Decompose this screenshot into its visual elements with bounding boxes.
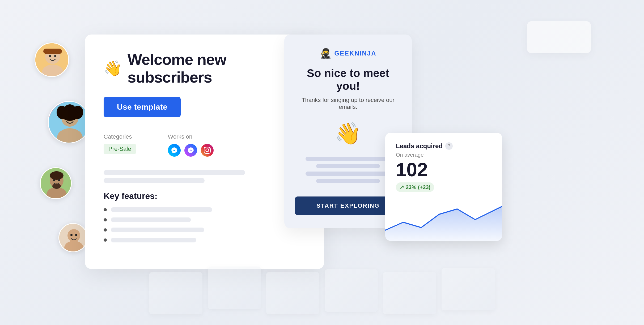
leads-card: Leads acquired ? On average 102 ↗ 23% (+… [385,133,502,241]
svg-point-21 [50,171,63,180]
svg-point-25 [70,234,73,236]
feature-item-4 [104,238,306,242]
meta-section: Categories Pre-Sale Works on [104,133,306,157]
leads-avg-label: On average [396,152,492,158]
blur-line-2 [104,178,205,183]
avatar-1 [35,42,69,77]
thumb-3[interactable] [266,272,319,314]
wave-icon: 👋 [104,59,122,77]
key-features-title: Key features: [104,191,306,201]
svg-point-20 [52,183,61,189]
preview-blur-2 [316,164,380,168]
help-icon[interactable]: ? [445,142,453,150]
preview-main-title: So nice to meet you! [295,67,401,92]
avatar-4-image [59,224,88,252]
feature-item-1 [104,207,306,212]
categories-section: Categories Pre-Sale [104,133,136,154]
avatar-2-image [49,102,90,143]
svg-point-4 [54,55,56,57]
blur-line-1 [104,170,245,175]
avatar-1-image [35,43,69,77]
decorative-card-top-right [527,21,591,53]
thumb-6[interactable] [442,268,495,310]
card-title: Welcome new subscribers [128,50,306,86]
thumb-5[interactable] [383,272,436,314]
works-on-section: Works on [168,133,214,157]
categories-label: Categories [104,133,136,140]
feature-item-3 [104,228,306,232]
growth-pct: 23% [406,184,416,190]
leads-header: Leads acquired ? [396,142,492,150]
avatar-3-image [41,168,72,199]
instagram-icon[interactable] [201,144,214,157]
bullet-1 [104,208,107,211]
chart-svg [385,198,502,241]
messenger-icon[interactable] [168,144,181,157]
svg-rect-5 [43,49,62,54]
growth-arrow-icon: ↗ [400,184,404,190]
leads-title: Leads acquired [396,142,443,150]
avatar-4 [58,223,88,252]
feature-text-2 [111,217,191,222]
preview-blur-1 [306,157,391,161]
blurred-content [104,170,306,183]
feature-text-1 [111,207,212,212]
preview-logo: 🥷 GEEKNINJA [295,48,401,59]
category-badge[interactable]: Pre-Sale [104,144,136,154]
features-list [104,207,306,242]
bottom-previews [149,272,495,314]
bullet-3 [104,228,107,232]
ninja-icon: 🥷 [320,48,332,59]
svg-point-26 [75,234,77,236]
works-on-label: Works on [168,133,214,140]
avatars-container [35,42,90,252]
facebook-messenger-icon[interactable] [184,144,197,157]
leads-growth: ↗ 23% (+23) [396,182,492,192]
growth-abs: (+23) [418,184,430,190]
svg-point-3 [49,55,51,57]
preview-logo-text: GEEKNINJA [334,50,376,57]
card-header: 👋 Welcome new subscribers [104,50,306,86]
preview-blur-4 [316,179,380,183]
growth-badge: ↗ 23% (+23) [396,182,434,192]
leads-number: 102 [396,160,492,179]
feature-text-4 [111,238,196,242]
preview-blur-3 [306,172,391,176]
thumb-2[interactable] [208,267,261,309]
preview-subtitle: Thanks for singing up to receive our ema… [295,97,401,110]
use-template-button[interactable]: Use template [104,97,181,117]
key-features-section: Key features: [104,191,306,242]
avatar-3 [40,167,72,199]
thumb-4[interactable] [325,269,378,312]
svg-point-14 [61,109,78,121]
bullet-4 [104,238,107,242]
feature-item-2 [104,217,306,222]
avatar-2 [48,101,90,143]
thumb-1[interactable] [149,272,202,314]
platform-icons [168,144,214,157]
feature-text-3 [111,228,204,232]
leads-chart [385,198,502,241]
bullet-2 [104,218,107,221]
